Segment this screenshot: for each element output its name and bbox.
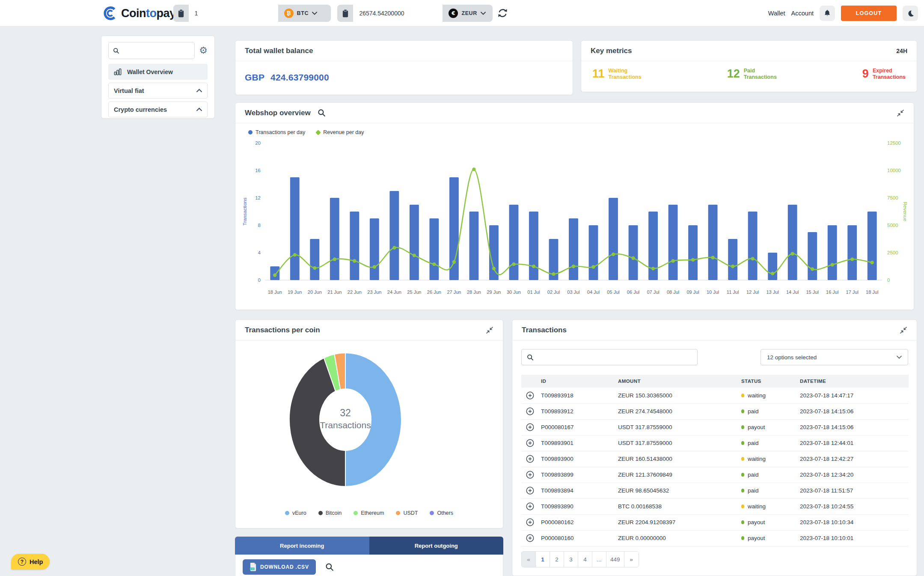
account-link[interactable]: Account (791, 10, 814, 17)
table-row: T009893894ZEUR 98.65045632paid2023-07-18… (521, 483, 909, 498)
pagination-item[interactable]: 3 (564, 552, 578, 567)
expand-row-button[interactable] (524, 534, 536, 543)
svg-text:08 Jul: 08 Jul (667, 289, 679, 295)
card-title: Webshop overview (245, 109, 311, 117)
collapse-icon[interactable] (900, 326, 907, 334)
download-csv-button[interactable]: CSV DOWNLOAD .CSV (243, 559, 316, 575)
transactions-search[interactable] (521, 349, 698, 365)
tx-datetime: 2023-07-18 10:24:55 (797, 498, 909, 514)
metric: 12PaidTransactions (727, 67, 777, 81)
tx-amount: ZEUR 150.30365000 (615, 388, 739, 403)
transactions-table: IDAMOUNTSTATUSDATETIME T009893918ZEUR 15… (521, 375, 909, 546)
pagination-item[interactable]: 1 (536, 552, 550, 567)
table-row: T009893901USDT 317.87559000paid2023-07-1… (521, 435, 909, 451)
sidebar-group-virtual-fiat[interactable]: Virtual fiat (108, 83, 208, 98)
legend-item[interactable]: vEuro (285, 510, 306, 516)
expand-row-button[interactable] (524, 391, 536, 400)
plus-circle-icon (526, 454, 535, 463)
chevron-down-icon (897, 355, 902, 359)
search-icon (527, 354, 534, 361)
cointopay-logo[interactable]: Cointopay (103, 0, 176, 27)
search-icon (113, 47, 119, 54)
legend-item[interactable]: Ethereum (354, 510, 384, 516)
tab-report-incoming[interactable]: Report incoming (235, 537, 369, 555)
gear-icon[interactable]: ⚙ (199, 46, 208, 55)
sidebar-item-wallet-overview[interactable]: Wallet Overview (108, 64, 208, 80)
pagination-item[interactable]: 4 (578, 552, 592, 567)
metric: 11WaitingTransactions (592, 67, 642, 81)
tx-id: T009893899 (538, 467, 615, 483)
expand-row-button[interactable] (524, 439, 536, 448)
table-header-row: IDAMOUNTSTATUSDATETIME (521, 375, 909, 388)
status-badge: payout (741, 424, 795, 430)
webshop-chart-svg: 04812162002500500075001000012500Transact… (241, 135, 909, 299)
sidebar-search[interactable] (108, 42, 195, 59)
dark-mode-toggle[interactable] (903, 6, 918, 21)
transactions-search-input[interactable] (538, 354, 692, 361)
plus-circle-icon (526, 439, 535, 448)
status-badge: paid (741, 472, 795, 478)
expand-row-button[interactable] (524, 470, 536, 479)
tx-amount: USDT 317.87559000 (615, 435, 739, 451)
expand-row-button[interactable] (524, 518, 536, 527)
navbar-right-cluster: Wallet Account LOGOUT (768, 0, 924, 27)
help-button[interactable]: ? Help (11, 554, 50, 570)
svg-text:26 Jun: 26 Jun (427, 289, 441, 295)
expand-row-button[interactable] (524, 423, 536, 432)
tx-datetime: 2023-07-18 14:47:17 (797, 388, 909, 403)
sidebar-group-crypto-currencies[interactable]: Crypto currencies (108, 101, 208, 117)
legend-item[interactable]: Others (430, 510, 453, 516)
notifications-button[interactable] (820, 6, 835, 21)
legend-item[interactable]: USDT (396, 510, 418, 516)
collapse-icon[interactable] (897, 109, 904, 117)
status-filter-dropdown[interactable]: 12 options selected (761, 349, 908, 365)
collapse-icon[interactable] (486, 326, 493, 334)
svg-text:22 Jun: 22 Jun (348, 289, 362, 295)
table-row: T009893912ZEUR 274.74548000paid2023-07-1… (521, 403, 909, 419)
wallet-link[interactable]: Wallet (768, 10, 785, 17)
table-row: T009893890BTC 0.00168538waiting2023-07-1… (521, 498, 909, 514)
crypto-currency-select[interactable]: ₿ BTC (278, 5, 331, 22)
table-row: P000080167USDT 317.87559000payout2023-07… (521, 419, 909, 435)
table-row: T009893918ZEUR 150.30365000waiting2023-0… (521, 388, 909, 403)
svg-text:29 Jun: 29 Jun (487, 289, 501, 295)
svg-text:07 Jul: 07 Jul (647, 289, 659, 295)
legend-item[interactable]: Revenue per day (316, 129, 364, 135)
expand-row-button[interactable] (524, 502, 536, 511)
tx-amount: ZEUR 2204.91208397 (615, 514, 739, 530)
sidebar-search-input[interactable] (123, 48, 190, 54)
tab-report-outgoing[interactable]: Report outgoing (369, 537, 504, 555)
metrics-row: 11WaitingTransactions12PaidTransactions9… (581, 61, 917, 81)
svg-text:21 Jun: 21 Jun (327, 289, 342, 295)
fiat-currency-select[interactable]: € ZEUR (443, 5, 493, 22)
crypto-balance-field-group: ₿ BTC (173, 5, 331, 22)
pagination-item[interactable]: » (624, 552, 639, 567)
legend-item[interactable]: Transactions per day (248, 129, 305, 135)
svg-text:20: 20 (255, 140, 261, 146)
tx-datetime: 2023-07-18 14:15:06 (797, 403, 909, 419)
logout-button[interactable]: LOGOUT (841, 6, 897, 21)
crypto-amount-input[interactable] (189, 5, 278, 22)
expand-row-button[interactable] (524, 454, 536, 463)
svg-text:27 Jun: 27 Jun (447, 289, 461, 295)
plus-circle-icon (526, 470, 535, 479)
pagination-item[interactable]: « (522, 552, 536, 567)
refresh-icon[interactable] (497, 7, 508, 19)
pagination-item[interactable]: 449 (606, 552, 624, 567)
chart-search-icon[interactable] (318, 109, 326, 117)
legend-item[interactable]: Bitcoin (318, 510, 342, 516)
fiat-amount-input[interactable] (353, 5, 443, 22)
status-badge: waiting (741, 392, 795, 399)
report-search-icon[interactable] (325, 563, 334, 571)
webshop-chart-legend: Transactions per dayRevenue per day (248, 129, 914, 135)
expand-row-button[interactable] (524, 407, 536, 416)
status-badge: waiting (741, 503, 795, 510)
svg-text:04 Jul: 04 Jul (587, 289, 600, 295)
tx-id: T009893894 (538, 483, 615, 498)
clipboard-icon[interactable] (337, 5, 353, 22)
card-title: Transactions per coin (245, 326, 320, 334)
svg-text:12: 12 (255, 195, 261, 200)
pagination-item[interactable]: 2 (550, 552, 564, 567)
expand-row-button[interactable] (524, 486, 536, 495)
clipboard-icon[interactable] (173, 5, 189, 22)
